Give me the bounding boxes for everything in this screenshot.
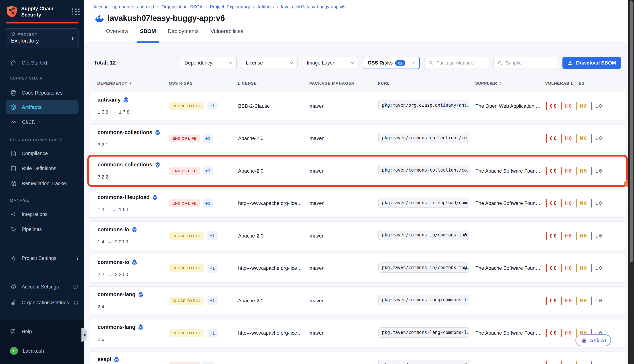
oss-risks-cell: END OF LIFE +1 xyxy=(169,134,238,143)
license-cell: http---www.apache.org-lice… xyxy=(238,266,310,271)
sort-icon[interactable]: ▲▼ xyxy=(499,81,502,86)
dependency-version: 3.2.2 → xyxy=(98,174,169,180)
supplier-search-input[interactable] xyxy=(494,57,558,68)
docker-icon xyxy=(94,14,104,22)
oss-risk-extra-badge[interactable]: +1 xyxy=(207,102,217,110)
sidebar-section-supply-chain: SUPPLY CHAIN xyxy=(10,76,43,80)
version-to: 1.6.0 xyxy=(119,206,130,212)
table-row[interactable]: commons-io 2.2 → 2.20.0 CLOSE TO EOL +1 … xyxy=(89,254,626,282)
table-row[interactable]: commons-fileupload 1.3.1 → 1.6.0 END OF … xyxy=(89,189,626,218)
shield-logo-icon xyxy=(6,5,18,18)
high-count-chip: H0 xyxy=(561,329,572,337)
purl-value[interactable]: pkg:maven/org.owasp.esapi/esapi@… xyxy=(378,360,469,364)
purl-value[interactable]: pkg:maven/commons-collections/co… xyxy=(378,132,469,143)
clipboard-check-icon xyxy=(10,165,17,172)
purl-value[interactable]: pkg:maven/commons-io/commons-io@… xyxy=(378,262,469,272)
purl-value[interactable]: pkg:maven/org.owasp.antisamy/ant… xyxy=(378,100,469,110)
app-logo[interactable]: Supply Chain Security xyxy=(6,5,80,18)
oss-risk-extra-badge[interactable]: +1 xyxy=(207,231,217,240)
sidebar-item-project-settings[interactable]: Project Settings › xyxy=(0,253,84,263)
scrollbar[interactable] xyxy=(628,0,634,364)
layers-icon xyxy=(132,226,137,232)
sidebar-item-code-repositories[interactable]: Code Repositories xyxy=(0,88,84,98)
license-cell: http---www.apache.org-lice… xyxy=(238,330,310,336)
tab-overview[interactable]: Overview xyxy=(105,26,129,43)
ask-ai-button[interactable]: Ask AI xyxy=(575,334,611,346)
tab-deployments[interactable]: Deployments xyxy=(167,26,199,43)
purl-value[interactable]: pkg:maven/commons-fileupload/com… xyxy=(378,198,469,208)
oss-risk-extra-badge[interactable]: +1 xyxy=(203,361,213,364)
medium-count-chip: M0 xyxy=(576,264,587,272)
oss-risks-filter-dropdown[interactable]: OSS Risks 02 xyxy=(363,57,420,69)
breadcrumb-artifact-name[interactable]: lavakush07/easy-buggy-app:v6 xyxy=(281,4,345,10)
table-row[interactable]: commons-collections 3.2.2 → END OF LIFE … xyxy=(89,156,626,185)
sidebar-user[interactable]: L Lavakush xyxy=(0,346,84,356)
purl-value[interactable]: pkg:maven/commons-lang/commons-l… xyxy=(378,295,469,305)
module-grid-icon[interactable] xyxy=(72,8,80,15)
tab-sbom[interactable]: SBOM xyxy=(139,26,157,43)
sidebar-item-compliance[interactable]: Compliance xyxy=(0,148,84,158)
table-row[interactable]: antisamy 1.5.3 → 1.7.8 CLOSE TO EOL +1 B… xyxy=(89,92,626,120)
sidebar-item-help[interactable]: Help xyxy=(0,326,84,336)
version-from: 3.2.2 xyxy=(98,174,108,180)
dependency-name: commons-collections xyxy=(98,129,152,135)
breadcrumb-artifacts[interactable]: Artifacts xyxy=(257,4,274,10)
package-manager-search-input[interactable] xyxy=(425,57,489,68)
breadcrumb-organization[interactable]: Organization: SSCA xyxy=(161,4,202,10)
purl-value[interactable]: pkg:maven/commons-lang/commons-l… xyxy=(378,327,469,338)
oss-risk-extra-badge[interactable]: +1 xyxy=(207,329,217,338)
breadcrumb-account[interactable]: Account: app-harness-ng-cicd xyxy=(93,4,154,10)
oss-risk-extra-badge[interactable]: +1 xyxy=(207,264,217,272)
ai-robot-icon xyxy=(580,337,587,344)
version-from: 1.4 xyxy=(98,239,104,244)
sidebar-item-rule-definitions[interactable]: Rule Definitions xyxy=(0,164,84,173)
purl-cell: pkg:maven/commons-collections/co… xyxy=(378,165,475,177)
purl-cell: pkg:maven/org.owasp.esapi/esapi@… xyxy=(378,360,475,364)
vulnerabilities-cell: C0 H0 M0 L0 xyxy=(546,264,625,272)
page-header: Account: app-harness-ng-cicd › Organizat… xyxy=(84,0,628,43)
oss-risk-extra-badge[interactable]: +1 xyxy=(203,199,213,208)
image-layer-filter-dropdown[interactable]: Image Layer xyxy=(302,57,359,69)
sidebar-item-remediation-tracker[interactable]: Remediation Tracker xyxy=(0,178,84,188)
layers-icon xyxy=(123,97,129,103)
purl-value[interactable]: pkg:maven/commons-io/commons-io@… xyxy=(378,230,469,240)
vulnerabilities-cell: C0 H0 M0 L0 xyxy=(546,199,625,208)
oss-risk-extra-badge[interactable]: +1 xyxy=(207,296,217,305)
package-manager-cell: maven xyxy=(310,363,378,364)
sidebar-item-integrations[interactable]: Integrations xyxy=(0,209,84,219)
download-icon xyxy=(568,60,573,66)
table-row[interactable]: commons-io 1.4 → 2.20.0 CLOSE TO EOL +1 … xyxy=(89,222,626,250)
medium-count-chip: M0 xyxy=(576,102,587,110)
critical-count-chip: C0 xyxy=(546,102,557,110)
sidebar-item-artifacts[interactable]: Artifacts xyxy=(6,100,79,114)
sort-desc-icon[interactable]: ▼ xyxy=(129,82,132,85)
column-supplier[interactable]: SUPPLIER ▲▼ xyxy=(475,81,545,86)
dependency-version: 1.5.3 → 1.7.8 xyxy=(98,109,169,115)
project-selector[interactable]: PROJECT Exploratory › xyxy=(6,28,79,48)
dependency-filter-dropdown[interactable]: Dependency xyxy=(180,57,237,69)
high-count-chip: H0 xyxy=(561,134,572,142)
sidebar-item-account-settings[interactable]: Account Settings xyxy=(0,282,84,292)
table-row[interactable]: commons-collections 3.2.1 → END OF LIFE … xyxy=(89,124,626,153)
oss-risk-extra-badge[interactable]: +1 xyxy=(203,166,213,175)
table-row[interactable]: esapi → END OF LIFE +1 BSD-Creative Comm… xyxy=(89,351,626,364)
oss-risk-badge: CLOSE TO EOL xyxy=(169,329,204,337)
breadcrumb-project[interactable]: Project: Exploratory xyxy=(210,4,250,10)
oss-risks-cell: CLOSE TO EOL +1 xyxy=(169,329,238,338)
download-sbom-button[interactable]: Download SBOM xyxy=(562,57,621,69)
sidebar-item-organization-settings[interactable]: Organization Settings xyxy=(0,298,84,307)
sidebar-item-pipelines[interactable]: Pipelines xyxy=(0,224,84,234)
tab-vulnerabilities[interactable]: Vulnerabilities xyxy=(210,26,244,43)
purl-value[interactable]: pkg:maven/commons-collections/co… xyxy=(378,165,469,175)
sidebar-section-risk-compliance: RISK AND COMPLIANCE xyxy=(10,138,63,142)
license-filter-dropdown[interactable]: License xyxy=(241,57,297,69)
table-row[interactable]: commons-lang 2.4 → CLOSE TO EOL +1 Apach… xyxy=(89,286,626,315)
sidebar-item-cicd[interactable]: CI/CD xyxy=(0,117,84,127)
breadcrumb-separator: › xyxy=(253,4,254,10)
table-row[interactable]: commons-lang 2.6 → CLOSE TO EOL +1 http-… xyxy=(89,319,626,347)
sidebar-item-get-started[interactable]: Get Started xyxy=(0,58,84,68)
oss-risk-extra-badge[interactable]: +1 xyxy=(203,134,213,143)
scrollbar-thumb[interactable] xyxy=(629,1,633,262)
medium-count-chip: M0 xyxy=(576,134,587,142)
column-dependency[interactable]: DEPENDENCY ▼ xyxy=(97,81,169,86)
